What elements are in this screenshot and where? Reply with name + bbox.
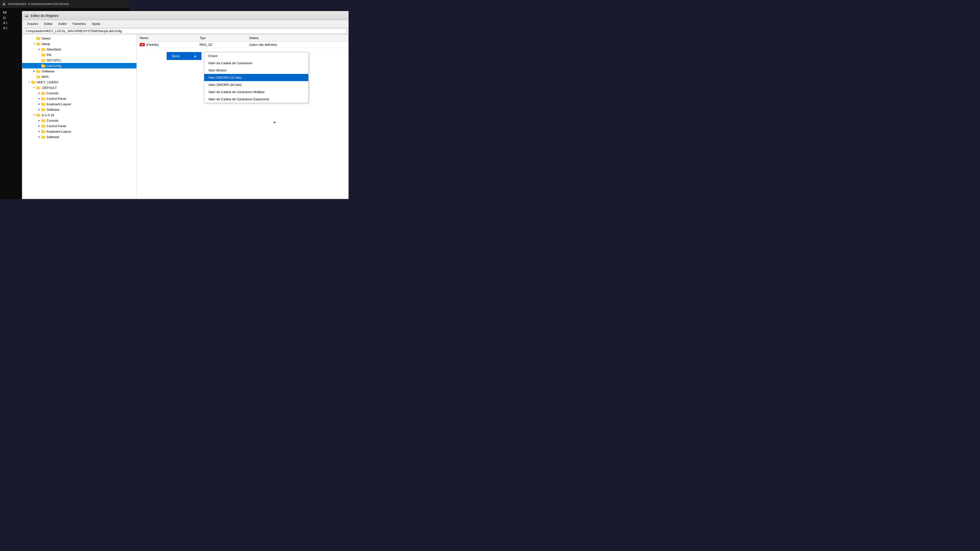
tree-item-console-s1518[interactable]: Console: [22, 118, 137, 123]
menu-editar[interactable]: Editar: [41, 21, 56, 27]
svg-rect-36: [41, 130, 43, 131]
svg-rect-33: [41, 125, 45, 128]
folder-icon-wpa: [36, 75, 41, 78]
svg-rect-7: [41, 54, 45, 57]
svg-rect-2: [37, 37, 38, 38]
svg-rect-35: [41, 130, 45, 133]
tree-item-wpa[interactable]: WPA: [22, 74, 137, 79]
folder-icon-console-default: [41, 91, 46, 95]
header-nome: Nome: [137, 35, 197, 41]
dropdown-item-qword[interactable]: Valor QWORD (64 bits): [204, 81, 308, 88]
svg-rect-30: [37, 113, 38, 114]
tree-item-software-s1518[interactable]: Software: [22, 134, 137, 140]
tree-item-console-default[interactable]: Console: [22, 91, 137, 96]
tree-label-default: .DEFAULT: [41, 86, 57, 90]
svg-rect-25: [41, 103, 45, 106]
tree-arrow-default: [32, 86, 36, 90]
dropdown-item-expand-label: Valor de Cadeia de Caracteres Expansível: [208, 97, 269, 101]
address-path[interactable]: Computador\HKEY_LOCAL_MACHINE\SYSTEM\Set…: [24, 29, 347, 34]
registry-right-panel: Nome Tipo Dados ab (Padrão) REG_SZ (valo…: [137, 35, 348, 199]
menu-exibir[interactable]: Exibir: [56, 21, 70, 27]
dropdown-item-binario[interactable]: Valor Binário: [204, 67, 308, 74]
svg-rect-4: [37, 42, 38, 43]
ab-badge: ab: [140, 43, 145, 46]
tree-arrow-hkey-users: [27, 80, 31, 84]
folder-icon-select: [36, 37, 41, 40]
novo-dropdown-menu[interactable]: Chave Valor da Cadeia de Caracteres Valo…: [204, 52, 309, 103]
tree-item-setup[interactable]: Setup: [22, 41, 137, 46]
tree-label-labconfig: LabConfig: [46, 64, 61, 68]
registry-entry-default[interactable]: ab (Padrão) REG_SZ (valor não definido): [137, 41, 348, 48]
svg-rect-8: [41, 53, 43, 54]
tree-label-setupcl: SETUPCL: [46, 59, 62, 62]
tree-label-allowstart: AllowStart: [46, 48, 61, 51]
tree-item-pid[interactable]: Pid: [22, 52, 137, 57]
tree-label-software-setup: Software: [41, 70, 54, 73]
folder-icon-software-setup: [36, 70, 41, 73]
tree-label-wpa: WPA: [41, 75, 49, 79]
novo-button-label: Novo: [172, 54, 180, 58]
cmd-icon: ■: [2, 2, 6, 6]
dropdown-item-expand[interactable]: Valor de Cadeia de Caracteres Expansível: [204, 95, 308, 103]
tree-label-console-s1518: Console: [46, 119, 59, 122]
svg-rect-11: [41, 65, 45, 67]
tree-item-labconfig[interactable]: LabConfig: [22, 63, 137, 68]
svg-rect-14: [37, 70, 38, 70]
tree-arrow-s1518: [32, 113, 36, 117]
tree-item-software-default[interactable]: Software: [22, 107, 137, 112]
folder-icon-controlpanel-s1518: [41, 124, 46, 128]
svg-rect-5: [41, 48, 45, 51]
tree-label-controlpanel-s1518: Control Panel: [46, 124, 66, 128]
dropdown-item-cadeia-label: Valor da Cadeia de Caracteres: [208, 61, 253, 65]
folder-icon-hkey-users: [31, 80, 36, 84]
tree-item-software-setup[interactable]: Software: [22, 68, 137, 74]
dropdown-item-binario-label: Valor Binário: [208, 68, 226, 72]
tree-item-hkey-users[interactable]: HKEY_USERS: [22, 79, 137, 85]
svg-rect-31: [41, 119, 45, 122]
registry-tree[interactable]: Select Setup: [22, 35, 137, 199]
tree-arrow-controlpanel-default: [37, 97, 41, 100]
novo-button[interactable]: Novo ▶: [167, 52, 202, 60]
novo-area: Novo ▶ Chave Valor da Cadeia de Caracter…: [167, 52, 202, 60]
svg-rect-22: [41, 92, 43, 92]
tree-item-controlpanel-s1518[interactable]: Control Panel: [22, 123, 137, 129]
tree-arrow-keyboardlayout-default: [37, 102, 41, 106]
menu-arquivo[interactable]: Arquivo: [24, 21, 41, 27]
folder-icon-default: [36, 86, 41, 89]
dropdown-item-chave[interactable]: Chave: [204, 52, 308, 59]
folder-icon-software-default: [41, 108, 46, 111]
tree-label-pid: Pid: [46, 53, 51, 57]
svg-rect-26: [41, 103, 43, 103]
tree-item-allowstart[interactable]: AllowStart: [22, 46, 137, 52]
folder-icon-setup: [36, 42, 41, 46]
svg-rect-6: [41, 48, 43, 49]
tree-arrow-allowstart: [37, 47, 41, 51]
tree-item-keyboardlayout-default[interactable]: Keyboard Layout: [22, 101, 137, 107]
svg-rect-23: [41, 98, 45, 100]
svg-rect-20: [37, 86, 38, 87]
tree-label-s1518: S-1-5-18: [41, 113, 54, 117]
tree-item-controlpanel-default[interactable]: Control Panel: [22, 96, 137, 101]
folder-icon-pid: [41, 53, 46, 57]
tree-label-setup: Setup: [41, 42, 50, 46]
tree-label-controlpanel-default: Control Panel: [46, 97, 66, 100]
registry-titlebar: 🗂 Editor do Registro: [22, 11, 348, 20]
dropdown-item-cadeia[interactable]: Valor da Cadeia de Caracteres: [204, 59, 308, 67]
tree-label-console-default: Console: [46, 91, 59, 95]
dropdown-item-multi-label: Valor de Cadeia de Caracteres Múltipla: [208, 90, 264, 94]
tree-item-select[interactable]: Select: [22, 36, 137, 41]
menu-ajuda[interactable]: Ajuda: [89, 21, 103, 27]
dropdown-item-multi[interactable]: Valor de Cadeia de Caracteres Múltipla: [204, 88, 308, 95]
svg-rect-34: [41, 124, 43, 125]
tree-item-setupcl[interactable]: SETUPCL: [22, 57, 137, 63]
svg-rect-10: [41, 59, 43, 59]
dropdown-item-dword[interactable]: Valor DWORD (32 bits): [204, 74, 308, 81]
entry-tipo-default: REG_SZ: [197, 41, 246, 48]
menu-favoritos[interactable]: Favoritos: [70, 21, 89, 27]
svg-rect-19: [37, 87, 40, 89]
tree-item-s1518[interactable]: S-1-5-18: [22, 112, 137, 118]
registry-icon: 🗂: [25, 13, 29, 18]
tree-item-keyboardlayout-s1518[interactable]: Keyboard Layout: [22, 129, 137, 134]
svg-rect-21: [41, 92, 45, 95]
tree-item-default[interactable]: .DEFAULT: [22, 85, 137, 91]
